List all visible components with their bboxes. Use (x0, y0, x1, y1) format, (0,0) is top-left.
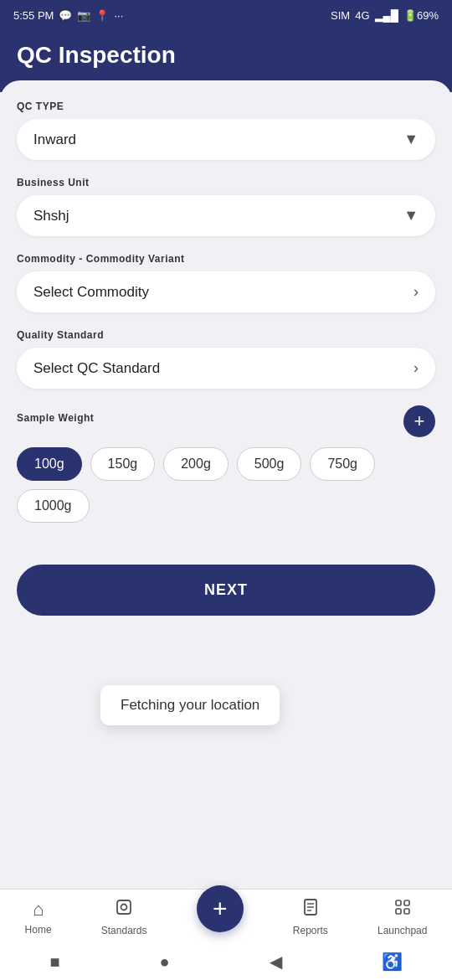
svg-rect-7 (404, 900, 409, 905)
commodity-arrow-icon: › (413, 283, 419, 301)
nav-item-add[interactable]: + (197, 885, 244, 932)
business-unit-value: Shshj (33, 208, 69, 224)
instagram-icon: 📷 (77, 9, 90, 22)
quality-standard-label: Quality Standard (17, 329, 435, 341)
weight-chip[interactable]: 200g (163, 447, 229, 481)
location-icon: 📍 (95, 9, 109, 22)
status-time: 5:55 PM (13, 9, 54, 22)
business-unit-arrow-icon: ▼ (403, 207, 419, 224)
quality-standard-dropdown[interactable]: Select QC Standard › (17, 348, 435, 389)
qc-type-dropdown[interactable]: Inward ▼ (17, 119, 435, 160)
status-left: 5:55 PM 💬 📷 📍 ··· (13, 9, 123, 22)
weight-chip[interactable]: 100g (17, 447, 82, 481)
status-bar: 5:55 PM 💬 📷 📍 ··· SIM 4G ▂▄█ 🔋69% (0, 0, 452, 30)
svg-rect-8 (396, 909, 401, 914)
weight-chip[interactable]: 150g (90, 447, 156, 481)
nav-item-launchpad[interactable]: Launchpad (378, 898, 427, 936)
commodity-dropdown[interactable]: Select Commodity › (17, 271, 435, 312)
business-unit-label: Business Unit (17, 177, 435, 188)
system-back-icon[interactable]: ◀ (270, 952, 282, 972)
4g-icon: 4G (355, 9, 369, 22)
qc-type-section: QC TYPE Inward ▼ (17, 101, 435, 160)
commodity-section: Commodity - Commodity Variant Select Com… (17, 253, 435, 312)
location-tooltip: Fetching your location (100, 685, 280, 725)
nav-item-home[interactable]: ⌂ Home (25, 899, 52, 936)
svg-rect-9 (404, 909, 409, 914)
svg-rect-6 (396, 900, 401, 905)
commodity-placeholder: Select Commodity (33, 284, 149, 301)
qc-type-value: Inward (33, 132, 76, 148)
next-button[interactable]: NEXT (17, 565, 435, 616)
signal-icon: ▂▄█ (375, 9, 398, 22)
system-accessibility-icon[interactable]: ♿ (382, 952, 403, 972)
system-home-icon[interactable]: ● (160, 952, 170, 972)
reports-icon (301, 898, 320, 921)
qc-type-arrow-icon: ▼ (403, 131, 419, 148)
nav-item-standards[interactable]: Standards (101, 898, 147, 936)
main-content: QC TYPE Inward ▼ Business Unit Shshj ▼ C… (0, 80, 452, 889)
business-unit-section: Business Unit Shshj ▼ (17, 177, 435, 236)
weight-chip[interactable]: 1000g (17, 489, 90, 523)
qc-type-label: QC TYPE (17, 101, 435, 112)
battery-icon: 🔋69% (403, 9, 439, 22)
nav-label-home: Home (25, 924, 52, 936)
launchpad-icon (393, 898, 412, 921)
weight-chip[interactable]: 500g (237, 447, 302, 481)
status-right: SIM 4G ▂▄█ 🔋69% (331, 9, 439, 22)
commodity-label: Commodity - Commodity Variant (17, 253, 435, 265)
nav-label-standards: Standards (101, 925, 147, 936)
svg-rect-0 (117, 900, 131, 914)
system-nav: ■ ● ◀ ♿ (0, 943, 452, 980)
business-unit-dropdown[interactable]: Shshj ▼ (17, 195, 435, 236)
svg-point-1 (121, 905, 127, 910)
sample-weight-section: Sample Weight + 100g150g200g500g750g1000… (17, 405, 435, 523)
quality-standard-placeholder: Select QC Standard (33, 360, 160, 377)
quality-standard-arrow-icon: › (413, 359, 419, 377)
system-stop-icon[interactable]: ■ (49, 952, 59, 972)
nav-label-launchpad: Launchpad (378, 925, 427, 936)
weight-header: Sample Weight + (17, 405, 435, 437)
add-icon: + (213, 895, 228, 923)
add-weight-button[interactable]: + (403, 405, 435, 437)
page-title: QC Inspection (17, 42, 435, 69)
more-icon: ··· (114, 9, 123, 22)
nav-item-reports[interactable]: Reports (293, 898, 328, 936)
message-icon: 💬 (59, 9, 72, 22)
sample-weight-label: Sample Weight (17, 412, 94, 424)
quality-standard-section: Quality Standard Select QC Standard › (17, 329, 435, 389)
weight-chip[interactable]: 750g (310, 447, 375, 481)
nav-label-reports: Reports (293, 925, 328, 936)
sim-icon: SIM (331, 9, 350, 22)
weight-chips: 100g150g200g500g750g1000g (17, 447, 435, 523)
bottom-nav: ⌂ Home Standards + Reports (0, 889, 452, 943)
standards-icon (115, 898, 133, 921)
home-icon: ⌂ (33, 899, 44, 921)
